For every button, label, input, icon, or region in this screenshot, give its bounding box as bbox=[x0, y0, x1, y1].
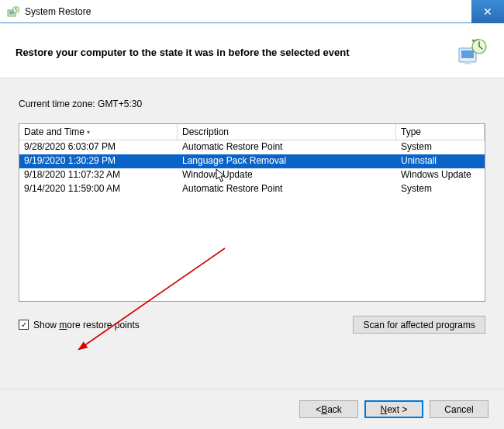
cell-date: 9/14/2020 11:59:00 AM bbox=[19, 182, 178, 196]
cell-date: 9/19/2020 1:30:29 PM bbox=[19, 154, 178, 168]
column-header-type[interactable]: Type bbox=[396, 124, 485, 140]
table-row[interactable]: 9/28/2020 6:03:07 PMAutomatic Restore Po… bbox=[19, 140, 485, 154]
scan-affected-button[interactable]: Scan for affected programs bbox=[353, 316, 485, 334]
back-button[interactable]: < Back bbox=[299, 400, 358, 418]
close-icon: ✕ bbox=[483, 5, 492, 18]
column-date-label: Date and Time bbox=[24, 126, 85, 137]
window-body: Restore your computer to the state it wa… bbox=[0, 23, 504, 429]
page-subtitle: Restore your computer to the state it wa… bbox=[16, 47, 447, 58]
checkbox-box-icon: ✓ bbox=[19, 320, 29, 330]
cell-type: System bbox=[396, 140, 485, 154]
wizard-footer: < Back Next > Cancel bbox=[0, 389, 504, 429]
header-strip: Restore your computer to the state it wa… bbox=[0, 23, 504, 78]
cell-type: Windows Update bbox=[396, 168, 485, 182]
cell-type: System bbox=[396, 182, 485, 196]
app-icon bbox=[6, 5, 20, 19]
cell-date: 9/28/2020 6:03:07 PM bbox=[19, 140, 178, 154]
restore-art-icon bbox=[456, 37, 488, 67]
restore-points-listview[interactable]: Date and Time ▾ Description Type 9/28/20… bbox=[19, 123, 485, 302]
cell-date: 9/18/2020 11:07:32 AM bbox=[19, 168, 178, 182]
table-row[interactable]: 9/19/2020 1:30:29 PMLanguage Pack Remova… bbox=[19, 154, 485, 168]
window-title: System Restore bbox=[25, 6, 471, 17]
column-header-description[interactable]: Description bbox=[178, 124, 396, 140]
show-more-label: Show more restore points bbox=[33, 320, 140, 330]
close-button[interactable]: ✕ bbox=[471, 0, 504, 23]
svg-rect-4 bbox=[461, 50, 474, 58]
column-type-label: Type bbox=[401, 126, 421, 137]
cell-description: Automatic Restore Point bbox=[178, 182, 396, 196]
cancel-button[interactable]: Cancel bbox=[430, 400, 488, 418]
cell-description: Windows Update bbox=[178, 168, 396, 182]
table-row[interactable]: 9/14/2020 11:59:00 AMAutomatic Restore P… bbox=[19, 182, 485, 196]
cell-description: Automatic Restore Point bbox=[178, 140, 396, 154]
show-more-checkbox[interactable]: ✓ Show more restore points bbox=[19, 320, 140, 330]
list-header: Date and Time ▾ Description Type bbox=[19, 124, 485, 140]
column-header-date[interactable]: Date and Time ▾ bbox=[19, 124, 178, 140]
cell-description: Language Pack Removal bbox=[178, 154, 396, 168]
cell-type: Uninstall bbox=[396, 154, 485, 168]
svg-rect-5 bbox=[464, 62, 471, 64]
timezone-label: Current time zone: GMT+5:30 bbox=[19, 99, 485, 109]
next-button[interactable]: Next > bbox=[364, 400, 423, 418]
column-desc-label: Description bbox=[182, 126, 229, 137]
sort-indicator-icon: ▾ bbox=[87, 129, 90, 136]
table-row[interactable]: 9/18/2020 11:07:32 AMWindows UpdateWindo… bbox=[19, 168, 485, 182]
titlebar: System Restore ✕ bbox=[0, 0, 504, 23]
